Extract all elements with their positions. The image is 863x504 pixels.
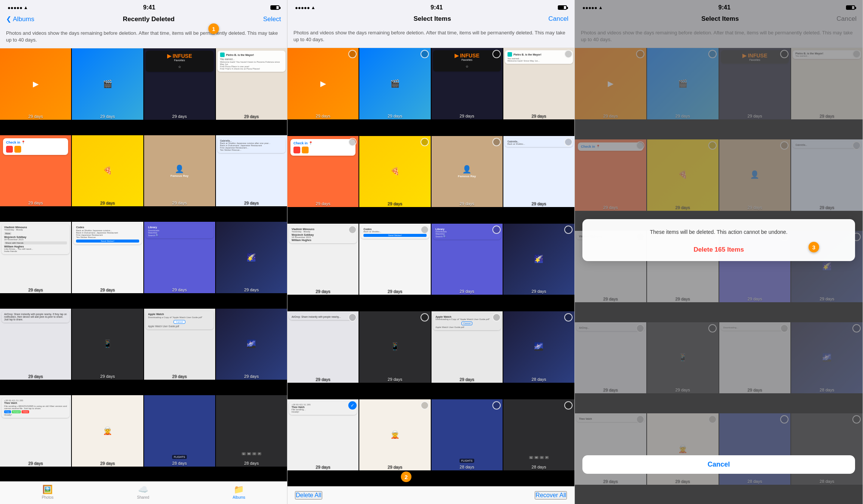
selection-circle[interactable] [348, 401, 357, 410]
codes-thumbnail: Codes Back at Shokko... Send Sticker! [361, 226, 429, 239]
step-3-bubble: 3 [809, 242, 819, 252]
photo-cell[interactable]: 🎬 29 days [72, 48, 143, 119]
page-title-2: Select Items [413, 15, 451, 23]
battery-icon [558, 5, 567, 10]
share2-thumbnail: +38 69 421 51 285 Theo Valch File sendin… [289, 402, 357, 415]
checkin-thumbnail: Check in 📍 [3, 138, 68, 155]
selection-circle[interactable] [492, 138, 501, 146]
shared-icon: ☁️ [138, 485, 148, 495]
photo-cell[interactable]: Pietro B. is the Mayor! You earned... We… [216, 48, 287, 119]
checkin-thumbnail: Check in 📍 [290, 139, 355, 156]
photo-cell[interactable]: AirDrop: Share instantly with people nea… [0, 309, 71, 380]
app-icon [220, 53, 225, 57]
status-bar-1: ●●●●● ▲ 9:41 [0, 0, 287, 14]
selection-circle[interactable] [564, 138, 573, 146]
photo-cell[interactable]: ▶ INFUSE Favorites ☆ 29 days [144, 48, 215, 119]
photo-cell[interactable]: Vladimir Mimouns Yesterday · Moody Mute … [0, 222, 71, 293]
selection-circle[interactable] [421, 138, 429, 146]
library-thumbnail: Library Downloads Watchlist Search 🔍 [433, 226, 501, 240]
selection-circle[interactable] [421, 313, 429, 322]
photo-cell[interactable]: Check in 📍 29 days [0, 135, 71, 206]
cancel-button-2[interactable]: Cancel [548, 15, 568, 23]
photo-cell[interactable]: AirDrop: Share instantly with people nea… [287, 311, 359, 382]
library-thumbnail: Library Downloads Watchlist Search 🔍 [146, 224, 214, 238]
photo-cell[interactable]: ▶ 29 days [287, 48, 359, 119]
wifi-icon: ▲ [23, 5, 28, 10]
photo-cell[interactable]: Gabriella... Back at Shokko... 29 days [503, 136, 574, 207]
photo-cell[interactable]: Pietro B. is the Mayor! You earned... We… [503, 48, 574, 119]
select-button[interactable]: Select [263, 15, 281, 23]
selection-circle[interactable] [492, 50, 501, 58]
selection-circle[interactable] [492, 401, 501, 410]
photo-cell[interactable]: 🌌 29 days [216, 309, 287, 380]
wifi-icon: ▲ [311, 5, 315, 10]
app-icon [6, 146, 13, 153]
signal-dots-icon: ●●●●● [295, 5, 310, 11]
tab-bar: 🖼️ Photos ☁️ Shared 📁 Albums [0, 481, 287, 504]
cancel-dialog-button[interactable]: Cancel [582, 455, 855, 474]
photo-cell[interactable]: FLIGHTS 28 days [144, 395, 215, 466]
selection-circle[interactable] [421, 401, 429, 410]
selection-circle[interactable] [348, 313, 357, 322]
gamecenter-thumbnail: Gabriella... Back at Shokko... [505, 138, 573, 147]
selection-circle[interactable] [564, 226, 573, 234]
selection-circle[interactable] [421, 50, 429, 58]
photo-cell[interactable]: 👤Famous Ray 29 days [431, 136, 503, 207]
photo-cell[interactable]: Gabriella... Back at Shokko Japanese cui… [216, 135, 287, 206]
chevron-left-icon: ❮ [6, 15, 11, 23]
tab-albums[interactable]: 📁 Albums [233, 485, 245, 499]
back-label[interactable]: Albums [13, 15, 34, 23]
photo-cell[interactable]: 🧝 29 days [72, 395, 143, 466]
codes-thumbnail: Codes Back at Shokko Japanese cuisine...… [73, 224, 141, 244]
photo-cell[interactable]: Apple Watch Downloading a Copy of "Apple… [144, 309, 215, 380]
gamecenter-thumbnail: Gabriella... Back at Shokko Japanese cui… [217, 138, 286, 153]
selection-circle[interactable] [348, 138, 357, 146]
photo-cell[interactable]: Vladimir Mimouns Yesterday · Moody Wojci… [287, 224, 359, 295]
photo-cell[interactable]: 👤Famous Ray 29 days [144, 135, 215, 206]
selection-circle[interactable] [492, 313, 501, 322]
photo-cell[interactable]: Apple Watch Downloading a Copy of "Apple… [431, 311, 503, 382]
photo-cell[interactable]: 📱 29 days [72, 309, 143, 380]
signal-status: ●●●●● ▲ [8, 5, 28, 11]
panel-select-items: ●●●●● ▲ 9:41 Select Items Cancel Photos … [287, 0, 575, 504]
photo-cell[interactable]: FLIGHTS 28 days [431, 399, 503, 470]
recover-all-button[interactable]: Recover All [535, 491, 567, 499]
photo-cell[interactable]: ▶ 29 days [0, 48, 71, 119]
albums-icon: 📁 [234, 485, 244, 495]
photo-cell[interactable]: +38 69 421 51 285 Theo Valch File sendin… [0, 395, 71, 466]
photo-cell[interactable]: Codes Back at Shokko Japanese cuisine...… [72, 222, 143, 293]
panel-delete-dialog: ●●●●● ▲ 9:41 Select Items Cancel Photos … [575, 0, 863, 504]
photo-cell[interactable]: Check in 📍 29 days [287, 136, 359, 207]
photo-cell[interactable]: 🧝 29 days [359, 399, 430, 470]
photo-cell[interactable]: Library Downloads Watchlist Search 🔍 29 … [431, 224, 503, 295]
photo-cell[interactable]: 🌠 29 days [216, 222, 287, 293]
photo-cell[interactable]: Library Downloads Watchlist Search 🔍 29 … [144, 222, 215, 293]
photo-cell[interactable]: Codes Back at Shokko... Send Sticker! 29… [359, 224, 430, 295]
photo-cell[interactable]: 🌌 28 days [503, 311, 574, 382]
photo-cell[interactable]: 🎬 29 days [359, 48, 430, 119]
photo-cell[interactable]: Q W O P 28 days [503, 399, 574, 470]
infuse-thumbnail: ▶ INFUSE Favorites ☆ [433, 50, 501, 71]
photo-cell[interactable]: ▶ INFUSE Favorites ☆ 29 days [431, 48, 503, 119]
photo-cell[interactable]: 🌠 29 days [503, 224, 574, 295]
selection-circle[interactable] [421, 226, 429, 234]
notification-thumbnail: Pietro B. is the Mayor! You earned... We… [505, 50, 573, 64]
tab-shared[interactable]: ☁️ Shared [137, 485, 149, 499]
delete-all-button[interactable]: Delete All [295, 491, 322, 499]
selection-circle[interactable] [564, 401, 573, 410]
photo-cell[interactable]: 🍕 29 days [359, 136, 430, 207]
photo-cell[interactable]: 📱 29 days [359, 311, 430, 382]
nav-bar-2: Select Items Cancel [287, 14, 574, 26]
photo-cell[interactable]: +38 69 421 51 285 Theo Valch File sendin… [287, 399, 359, 470]
battery-status [270, 5, 279, 10]
page-title-1: Recently Deleted [123, 15, 175, 23]
back-button[interactable]: ❮ Albums [6, 15, 34, 23]
selection-circle[interactable] [492, 226, 501, 234]
photo-cell[interactable]: Q W O P 28 days [216, 395, 287, 466]
music-thumbnail: Vladimir Mimouns Yesterday · Moody Mute … [2, 224, 70, 254]
infuse-thumbnail: ▶ INFUSE Favorites ☆ [146, 51, 214, 72]
tab-photos[interactable]: 🖼️ Photos [42, 485, 53, 499]
bottom-action-bar: Delete All Recover All [287, 486, 574, 504]
status-bar-2: ●●●●● ▲ 9:41 [287, 0, 574, 14]
photo-cell[interactable]: 🍕 29 days [72, 135, 143, 206]
